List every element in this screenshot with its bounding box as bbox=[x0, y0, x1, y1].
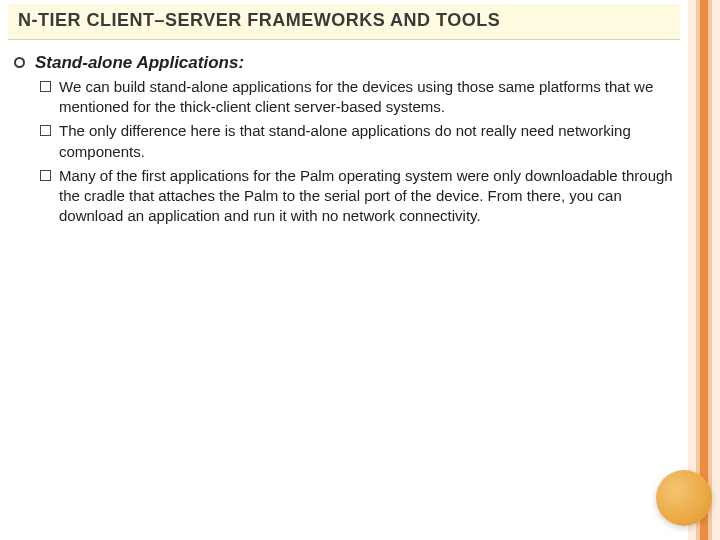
checkbox-icon bbox=[40, 170, 51, 181]
checkbox-icon bbox=[40, 125, 51, 136]
title-band: N-TIER CLIENT–SERVER FRAMEWORKS AND TOOL… bbox=[8, 4, 680, 40]
bullet-level1: Stand-alone Applications: bbox=[14, 52, 674, 75]
accent-circle bbox=[656, 470, 712, 526]
checkbox-icon bbox=[40, 81, 51, 92]
slide: N-TIER CLIENT–SERVER FRAMEWORKS AND TOOL… bbox=[0, 0, 720, 540]
list-item: Many of the first applications for the P… bbox=[40, 166, 674, 227]
list-item: The only difference here is that stand-a… bbox=[40, 121, 674, 162]
slide-title: N-TIER CLIENT–SERVER FRAMEWORKS AND TOOL… bbox=[18, 10, 670, 31]
list-item-text: The only difference here is that stand-a… bbox=[59, 121, 674, 162]
list-item: We can build stand-alone applications fo… bbox=[40, 77, 674, 118]
accent-stripe-inner bbox=[700, 0, 708, 540]
list-item-text: We can build stand-alone applications fo… bbox=[59, 77, 674, 118]
section-heading: Stand-alone Applications: bbox=[35, 52, 244, 75]
content-area: Stand-alone Applications: We can build s… bbox=[14, 52, 674, 231]
ring-bullet-icon bbox=[14, 57, 25, 68]
list-item-text: Many of the first applications for the P… bbox=[59, 166, 674, 227]
